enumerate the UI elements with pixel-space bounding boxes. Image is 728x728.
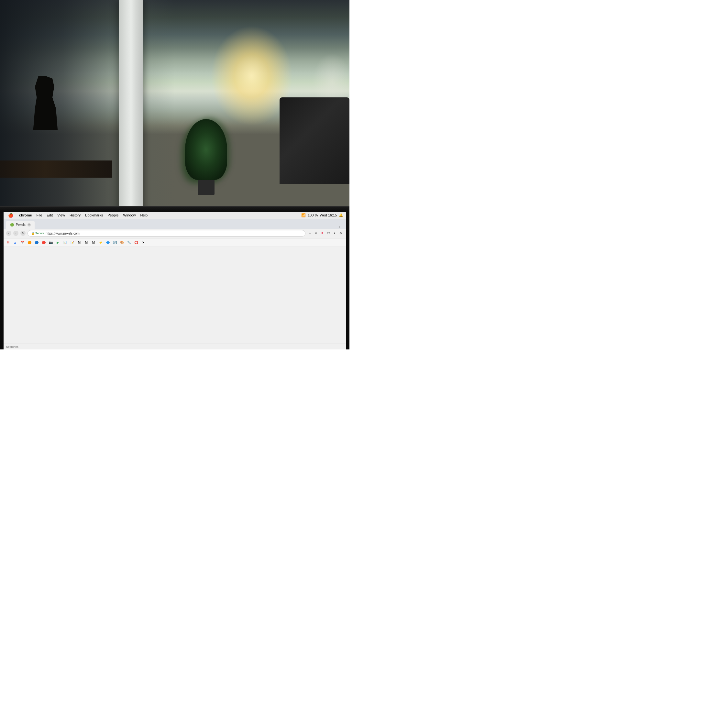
ext-16[interactable]: 🔄 bbox=[112, 239, 118, 246]
secure-badge: 🔒 Secure bbox=[31, 232, 44, 235]
office-pillar bbox=[119, 0, 143, 217]
pinterest-icon[interactable]: P bbox=[320, 231, 325, 236]
extension-icon-3[interactable]: ⚙ bbox=[338, 231, 343, 236]
gcal-ext[interactable]: 📅 bbox=[19, 239, 26, 246]
office-plant bbox=[185, 119, 227, 195]
office-background bbox=[0, 0, 349, 217]
ext-6[interactable]: 🔴 bbox=[40, 239, 47, 246]
chrome-addressbar: ‹ › ↻ 🔒 Secure https://www.pexels.com ☆ … bbox=[3, 229, 346, 239]
new-tab-button[interactable]: + bbox=[336, 225, 343, 229]
bookmark-icons: ☆ ⊕ P 🛡 ✦ ⚙ bbox=[307, 231, 343, 236]
office-chair bbox=[280, 97, 349, 184]
ext-11[interactable]: M bbox=[76, 239, 83, 246]
statusbar-text: Searches bbox=[6, 345, 18, 349]
reload-button[interactable]: ↻ bbox=[20, 231, 26, 236]
plant-leaves bbox=[185, 119, 227, 180]
forward-button[interactable]: › bbox=[13, 231, 18, 236]
extension-icon-2[interactable]: ✦ bbox=[332, 231, 337, 236]
battery-icon: 100 % bbox=[308, 213, 318, 217]
url-text: https://www.pexels.com bbox=[46, 232, 79, 235]
macos-menubar: 🍎 chrome File Edit View History Bookmark… bbox=[3, 212, 346, 219]
ext-14[interactable]: ⚡ bbox=[97, 239, 104, 246]
menubar-view[interactable]: View bbox=[55, 212, 67, 219]
browser-statusbar: Searches bbox=[3, 344, 346, 349]
menubar-help[interactable]: Help bbox=[139, 212, 150, 219]
ext-10[interactable]: 📝 bbox=[69, 239, 75, 246]
ext-17[interactable]: 🎨 bbox=[119, 239, 125, 246]
gmail-ext[interactable]: M bbox=[5, 239, 11, 246]
ext-19[interactable]: ⭕ bbox=[133, 239, 139, 246]
wifi-icon: 📶 bbox=[301, 213, 306, 217]
ext-8[interactable]: ▶ bbox=[55, 239, 61, 246]
office-desk bbox=[0, 161, 112, 178]
menubar-right-area: 📶 100 % Wed 16:15 🔔 bbox=[301, 213, 343, 217]
reader-mode[interactable]: ⊕ bbox=[314, 231, 319, 236]
menubar-bookmarks[interactable]: Bookmarks bbox=[83, 212, 105, 219]
ext-12[interactable]: M bbox=[83, 239, 90, 246]
ext-4[interactable]: 🟠 bbox=[26, 239, 33, 246]
ext-13[interactable]: M bbox=[90, 239, 97, 246]
tab-title: Pexels bbox=[16, 223, 26, 226]
url-field[interactable]: 🔒 Secure https://www.pexels.com bbox=[28, 230, 306, 237]
screen-content: 🍎 chrome File Edit View History Bookmark… bbox=[3, 212, 346, 349]
extension-icon-1[interactable]: 🛡 bbox=[326, 231, 331, 236]
menubar-file[interactable]: File bbox=[35, 212, 44, 219]
plant-pot bbox=[198, 180, 214, 195]
ext-18[interactable]: 🔧 bbox=[126, 239, 132, 246]
bookmark-star[interactable]: ☆ bbox=[307, 231, 312, 236]
menubar-history[interactable]: History bbox=[67, 212, 83, 219]
active-tab[interactable]: 🟢 Pexels × bbox=[6, 221, 35, 229]
menubar-chrome[interactable]: chrome bbox=[17, 212, 34, 219]
ext-15[interactable]: 🔷 bbox=[104, 239, 111, 246]
tab-close-button[interactable]: × bbox=[28, 223, 31, 226]
menubar-app-name: 🍎 bbox=[6, 212, 17, 219]
foreground-person bbox=[28, 76, 63, 130]
person-silhouette-shape bbox=[28, 76, 63, 130]
ext-close[interactable]: ✕ bbox=[140, 239, 147, 246]
ext-5[interactable]: 🔵 bbox=[33, 239, 40, 246]
menubar-edit[interactable]: Edit bbox=[44, 212, 55, 219]
back-button[interactable]: ‹ bbox=[6, 231, 11, 236]
clock: Wed 16:15 bbox=[320, 213, 337, 217]
chrome-tabs: 🟢 Pexels × + bbox=[3, 219, 346, 229]
tab-favicon: 🟢 bbox=[10, 223, 14, 226]
menubar-window[interactable]: Window bbox=[121, 212, 138, 219]
menubar-people[interactable]: People bbox=[106, 212, 120, 219]
extensions-toolbar: M ▲ 📅 🟠 🔵 🔴 📷 ▶ 📊 📝 M M M ⚡ 🔷 🔄 🎨 🔧 ⭕ ✕ bbox=[3, 239, 346, 247]
ext-7[interactable]: 📷 bbox=[47, 239, 54, 246]
monitor-screen: 🍎 chrome File Edit View History Bookmark… bbox=[0, 206, 349, 349]
gdrive-ext[interactable]: ▲ bbox=[12, 239, 18, 246]
notification-icon: 🔔 bbox=[339, 213, 343, 217]
ext-9[interactable]: 📊 bbox=[62, 239, 68, 246]
